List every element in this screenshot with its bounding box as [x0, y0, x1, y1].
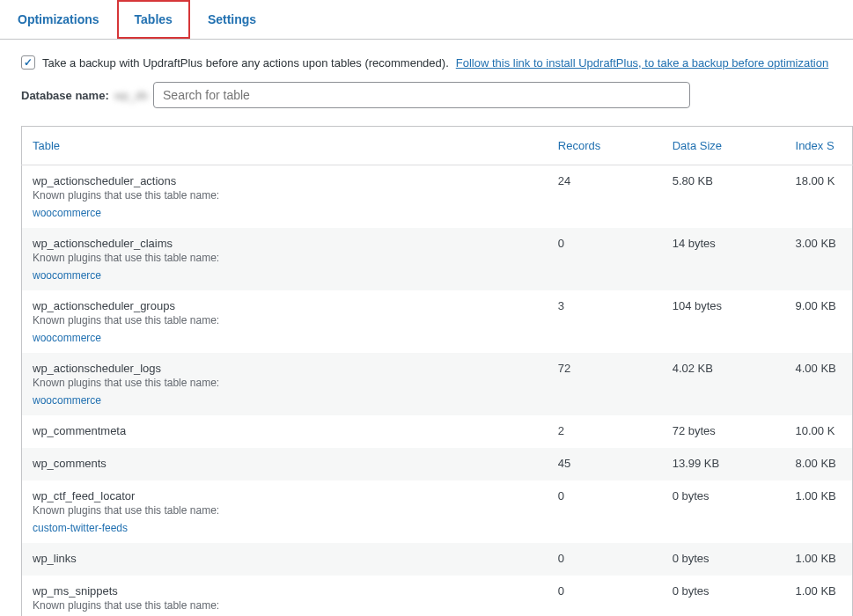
plugin-link[interactable]: woocommerce — [33, 207, 101, 219]
known-plugins-label: Known plugins that use this table name: — [33, 377, 540, 389]
cell-records: 2 — [549, 415, 664, 448]
known-plugins-label: Known plugins that use this table name: — [33, 189, 540, 202]
backup-checkbox[interactable] — [21, 55, 35, 70]
cell-records: 0 — [549, 480, 664, 543]
table-row: wp_actionscheduler_actionsKnown plugins … — [22, 165, 853, 229]
cell-datasize: 0 bytes — [664, 480, 787, 543]
cell-indexsize: 8.00 KB — [787, 448, 853, 480]
table-name: wp_actionscheduler_claims — [33, 237, 540, 250]
tabs-bar: Optimizations Tables Settings — [0, 0, 853, 40]
cell-indexsize: 1.00 KB — [787, 576, 853, 616]
table-name: wp_ctf_feed_locator — [33, 489, 540, 502]
cell-table: wp_actionscheduler_logsKnown plugins tha… — [22, 353, 549, 415]
table-row: wp_links00 bytes1.00 KB — [22, 543, 853, 576]
content-area: Take a backup with UpdraftPlus before an… — [0, 40, 853, 616]
cell-records: 45 — [549, 448, 664, 480]
table-name: wp_comments — [33, 457, 540, 470]
cell-indexsize: 18.00 K — [787, 165, 853, 229]
cell-indexsize: 10.00 K — [787, 415, 853, 448]
cell-table: wp_commentmeta — [22, 415, 549, 448]
cell-records: 0 — [549, 228, 664, 290]
table-row: wp_comments4513.99 KB8.00 KB — [22, 448, 853, 480]
table-row: wp_actionscheduler_claimsKnown plugins t… — [22, 228, 853, 290]
cell-datasize: 4.02 KB — [664, 353, 787, 415]
backup-row: Take a backup with UpdraftPlus before an… — [21, 55, 832, 70]
cell-datasize: 5.80 KB — [664, 165, 787, 229]
table-name: wp_actionscheduler_logs — [33, 362, 540, 375]
known-plugins-label: Known plugins that use this table name: — [33, 314, 540, 326]
col-header-indexsize[interactable]: Index S — [787, 127, 853, 165]
dbname-row: Database name: wp_db — [21, 82, 832, 108]
backup-label: Take a backup with UpdraftPlus before an… — [42, 56, 449, 70]
cell-datasize: 14 bytes — [664, 228, 787, 290]
table-name: wp_ms_snippets — [33, 584, 540, 598]
tab-tables[interactable]: Tables — [117, 0, 190, 39]
known-plugins-label: Known plugins that use this table name: — [33, 504, 540, 517]
cell-table: wp_actionscheduler_actionsKnown plugins … — [22, 165, 549, 229]
table-row: wp_commentmeta272 bytes10.00 K — [22, 415, 853, 448]
tab-optimizations[interactable]: Optimizations — [0, 0, 117, 39]
plugin-link[interactable]: custom-twitter-feeds — [33, 522, 128, 534]
cell-datasize: 72 bytes — [664, 415, 787, 448]
search-input[interactable] — [153, 82, 690, 108]
table-row: wp_ms_snippetsKnown plugins that use thi… — [22, 576, 853, 616]
cell-records: 0 — [549, 576, 664, 616]
known-plugins-label: Known plugins that use this table name: — [33, 252, 540, 264]
cell-records: 24 — [549, 165, 664, 229]
cell-table: wp_ms_snippetsKnown plugins that use thi… — [22, 576, 549, 616]
tables-table: Table Records Data Size Index S wp_actio… — [21, 126, 853, 616]
table-row: wp_actionscheduler_groupsKnown plugins t… — [22, 290, 853, 353]
cell-table: wp_actionscheduler_claimsKnown plugins t… — [22, 228, 549, 290]
cell-indexsize: 1.00 KB — [787, 480, 853, 543]
col-header-table[interactable]: Table — [22, 127, 549, 165]
table-name: wp_actionscheduler_actions — [33, 174, 540, 187]
table-name: wp_commentmeta — [33, 424, 540, 437]
table-name: wp_links — [33, 552, 540, 565]
tab-settings[interactable]: Settings — [190, 0, 274, 39]
cell-datasize: 13.99 KB — [664, 448, 787, 480]
cell-datasize: 104 bytes — [664, 290, 787, 353]
cell-records: 0 — [549, 543, 664, 576]
cell-table: wp_links — [22, 543, 549, 576]
col-header-records[interactable]: Records — [549, 127, 664, 165]
cell-indexsize: 3.00 KB — [787, 228, 853, 290]
plugin-link[interactable]: woocommerce — [33, 332, 101, 344]
table-row: wp_ctf_feed_locatorKnown plugins that us… — [22, 480, 853, 543]
table-row: wp_actionscheduler_logsKnown plugins tha… — [22, 353, 853, 415]
cell-table: wp_actionscheduler_groupsKnown plugins t… — [22, 290, 549, 353]
cell-indexsize: 4.00 KB — [787, 353, 853, 415]
cell-table: wp_ctf_feed_locatorKnown plugins that us… — [22, 480, 549, 543]
table-name: wp_actionscheduler_groups — [33, 299, 540, 312]
plugin-link[interactable]: woocommerce — [33, 269, 101, 282]
cell-table: wp_comments — [22, 448, 549, 480]
known-plugins-label: Known plugins that use this table name: — [33, 599, 540, 612]
cell-indexsize: 9.00 KB — [787, 290, 853, 353]
cell-indexsize: 1.00 KB — [787, 543, 853, 576]
dbname-value: wp_db — [114, 89, 148, 102]
col-header-datasize[interactable]: Data Size — [664, 127, 787, 165]
backup-install-link[interactable]: Follow this link to install UpdraftPlus,… — [456, 56, 828, 70]
dbname-label: Database name: — [21, 89, 109, 102]
cell-datasize: 0 bytes — [664, 576, 787, 616]
cell-records: 3 — [549, 290, 664, 353]
cell-records: 72 — [549, 353, 664, 415]
cell-datasize: 0 bytes — [664, 543, 787, 576]
plugin-link[interactable]: woocommerce — [33, 394, 101, 407]
